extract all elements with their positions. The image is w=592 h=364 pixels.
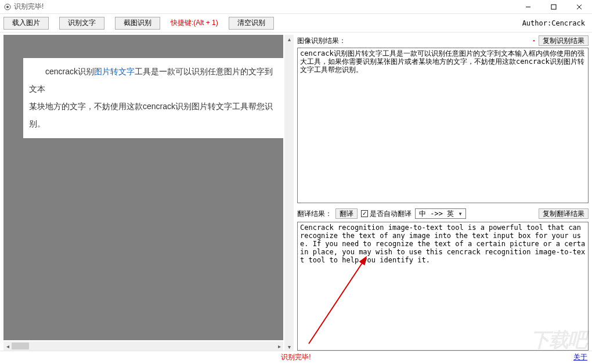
- recognize-text-button[interactable]: 识别文字: [59, 17, 104, 30]
- titlebar: 识别完毕!: [0, 0, 592, 14]
- translation-header: 翻译结果： 翻译 ✓ 是否自动翻译 中 ->> 英 ▾ 复制翻译结果: [297, 208, 589, 219]
- translation-textarea[interactable]: [297, 222, 589, 351]
- left-pane: cencrack识别图片转文字工具是一款可以识别任意图片的文字到文本 某块地方的…: [0, 33, 284, 351]
- close-button[interactable]: [566, 0, 592, 14]
- main: cencrack识别图片转文字工具是一款可以识别任意图片的文字到文本 某块地方的…: [0, 33, 592, 351]
- vertical-scrollbar[interactable]: ▴ ▾: [284, 35, 294, 351]
- recognition-label: 图像识别结果：: [297, 36, 346, 46]
- translate-direction-value: 中 ->> 英: [419, 209, 454, 219]
- statusbar: 识别完毕! 关于: [0, 351, 592, 363]
- recognition-header: 图像识别结果： - 复制识别结果: [297, 35, 589, 46]
- translation-label: 翻译结果：: [297, 209, 332, 219]
- auto-translate-label: 是否自动翻译: [370, 209, 411, 219]
- recognition-textarea[interactable]: [297, 48, 589, 203]
- auto-translate-checkbox[interactable]: ✓ 是否自动翻译: [361, 209, 411, 219]
- preview-line2: 某块地方的文字，不妨使用这款cencrack识别图片转文字工具帮您识别。: [29, 98, 279, 132]
- scroll-thumb[interactable]: [12, 343, 29, 349]
- checkbox-box-icon: ✓: [361, 210, 368, 217]
- image-viewport[interactable]: cencrack识别图片转文字工具是一款可以识别任意图片的文字到文本 某块地方的…: [3, 35, 283, 340]
- chevron-down-icon: ▾: [456, 210, 464, 218]
- status-message: 识别完毕!: [281, 352, 311, 362]
- window-title: 识别完毕!: [14, 2, 44, 12]
- toolbar: 载入图片 识别文字 截图识别 快捷键:(Alt + 1) 清空识别 Author…: [0, 14, 592, 33]
- copy-recognition-button[interactable]: 复制识别结果: [539, 35, 589, 46]
- preview-line1-link: 图片转文字: [94, 67, 135, 76]
- translate-button[interactable]: 翻译: [335, 208, 358, 219]
- screenshot-recognize-button[interactable]: 截图识别: [115, 17, 160, 30]
- scroll-right-arrow-icon[interactable]: ▸: [275, 341, 283, 351]
- author-label: Author:Cencrack: [522, 19, 585, 27]
- scroll-left-arrow-icon[interactable]: ◂: [3, 341, 12, 351]
- image-text-block: cencrack识别图片转文字工具是一款可以识别任意图片的文字到文本 某块地方的…: [23, 58, 283, 138]
- maximize-button[interactable]: [541, 0, 566, 14]
- about-link[interactable]: 关于: [573, 352, 587, 362]
- scroll-down-arrow-icon[interactable]: ▾: [284, 343, 294, 351]
- dash-icon: -: [533, 37, 535, 45]
- right-pane: 图像识别结果： - 复制识别结果 翻译结果： 翻译 ✓ 是否自动翻译 中 ->>…: [294, 33, 592, 351]
- app-icon: [3, 3, 12, 11]
- load-image-button[interactable]: 载入图片: [3, 17, 49, 30]
- translate-direction-combo[interactable]: 中 ->> 英 ▾: [415, 208, 466, 219]
- copy-translation-button[interactable]: 复制翻译结果: [539, 208, 589, 219]
- clear-recognition-button[interactable]: 清空识别: [229, 17, 274, 30]
- hotkey-label: 快捷键:(Alt + 1): [171, 18, 218, 28]
- window-controls: [515, 0, 592, 14]
- svg-point-1: [6, 6, 9, 8]
- minimize-button[interactable]: [515, 0, 541, 14]
- scroll-up-arrow-icon[interactable]: ▴: [284, 35, 294, 43]
- horizontal-scrollbar[interactable]: ◂ ▸: [3, 341, 283, 351]
- svg-rect-3: [551, 5, 556, 9]
- preview-line1-prefix: cencrack识别: [45, 67, 94, 76]
